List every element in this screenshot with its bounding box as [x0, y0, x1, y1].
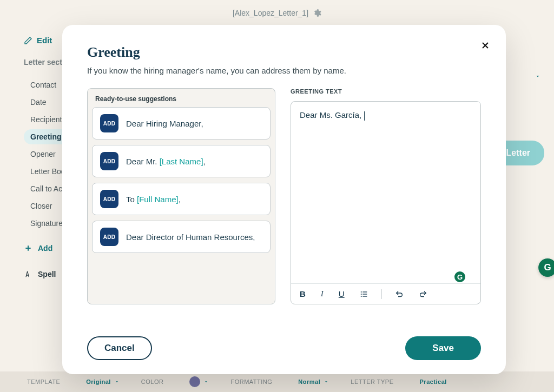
- add-suggestion-button[interactable]: ADD: [100, 152, 118, 170]
- suggestion-item[interactable]: ADD To [Full Name],: [92, 183, 271, 215]
- greeting-text-pane: GREETING TEXT Dear Ms. García, G B I U: [291, 88, 481, 304]
- greeting-text-input[interactable]: Dear Ms. García,: [291, 102, 480, 283]
- redo-icon: [419, 290, 427, 298]
- greeting-modal: Greeting If you know the hiring manager'…: [62, 25, 506, 374]
- greeting-text-label: GREETING TEXT: [291, 88, 481, 95]
- redo-button[interactable]: [417, 289, 430, 300]
- cancel-button[interactable]: Cancel: [87, 336, 152, 360]
- modal-backdrop: Greeting If you know the hiring manager'…: [0, 0, 554, 392]
- text-toolbar: B I U: [291, 283, 480, 304]
- undo-icon: [395, 290, 404, 298]
- modal-footer: Cancel Save: [87, 336, 481, 360]
- suggestions-pane: Ready-to-use suggestions ADD Dear Hiring…: [87, 88, 275, 304]
- suggestions-header: Ready-to-use suggestions: [88, 89, 275, 107]
- suggestion-text: Dear Director of Human Resources,: [126, 232, 255, 242]
- close-button[interactable]: [480, 40, 491, 52]
- italic-button[interactable]: I: [319, 288, 326, 300]
- svg-rect-3: [362, 294, 367, 294]
- add-suggestion-button[interactable]: ADD: [100, 190, 118, 208]
- add-suggestion-button[interactable]: ADD: [100, 114, 118, 132]
- grammarly-icon[interactable]: G: [453, 270, 466, 283]
- svg-point-2: [360, 294, 361, 295]
- modal-title: Greeting: [87, 44, 481, 61]
- underline-button[interactable]: U: [337, 288, 347, 300]
- suggestion-item[interactable]: ADD Dear Mr. [Last Name],: [92, 145, 271, 177]
- save-button[interactable]: Save: [405, 336, 481, 360]
- modal-subtitle: If you know the hiring manager's name, y…: [87, 66, 481, 75]
- add-suggestion-button[interactable]: ADD: [100, 228, 118, 246]
- greeting-text-box: Dear Ms. García, G B I U: [291, 101, 481, 304]
- svg-point-0: [360, 291, 361, 293]
- close-icon: [480, 40, 491, 51]
- suggestion-text: To [Full Name],: [126, 195, 181, 204]
- grammarly-floating-icon[interactable]: G: [538, 258, 554, 277]
- toolbar-separator: [381, 289, 382, 299]
- svg-point-4: [360, 296, 361, 297]
- suggestion-item[interactable]: ADD Dear Hiring Manager,: [92, 107, 271, 139]
- suggestion-text: Dear Mr. [Last Name],: [126, 157, 206, 166]
- bullet-list-icon: [360, 290, 368, 298]
- bold-button[interactable]: B: [298, 288, 308, 300]
- svg-rect-1: [362, 291, 367, 292]
- suggestion-item[interactable]: ADD Dear Director of Human Resources,: [92, 221, 271, 253]
- bullet-list-button[interactable]: [358, 289, 371, 300]
- svg-rect-5: [362, 296, 367, 296]
- suggestion-text: Dear Hiring Manager,: [126, 119, 203, 128]
- undo-button[interactable]: [393, 289, 406, 300]
